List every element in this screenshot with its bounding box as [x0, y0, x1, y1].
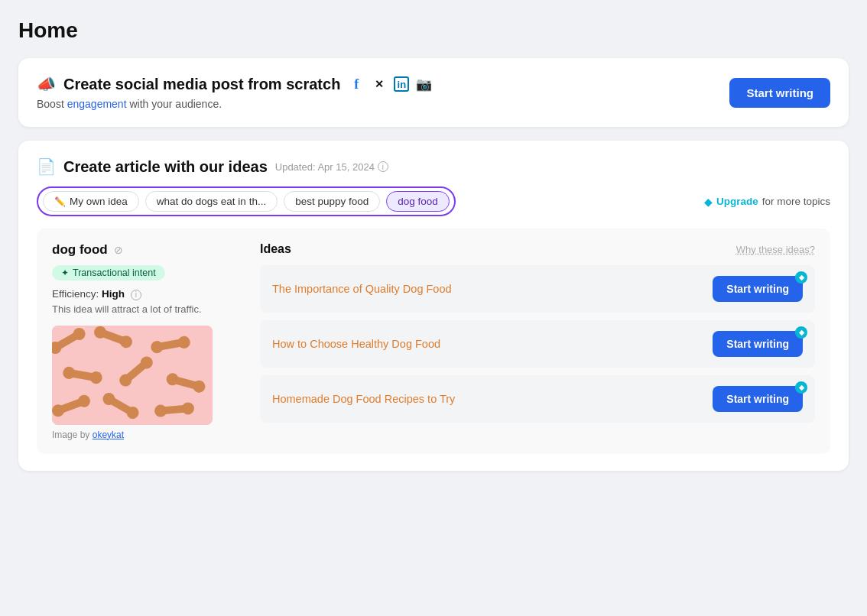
efficiency-value: High: [102, 288, 125, 300]
upgrade-suffix: for more topics: [762, 196, 830, 207]
article-card-header: 📄 Create article with our ideas Updated:…: [37, 157, 830, 176]
tab-best-puppy-food[interactable]: best puppy food: [284, 191, 380, 212]
idea-row-1: The Importance of Quality Dog Food Start…: [260, 265, 815, 313]
dog-food-image: [52, 326, 213, 425]
social-start-writing-button[interactable]: Start writing: [729, 78, 830, 108]
start-writing-button-1[interactable]: Start writing ◆: [713, 276, 803, 302]
diamond-icon: ◆: [704, 196, 713, 208]
ideas-header: Ideas Why these ideas?: [260, 242, 815, 256]
ideas-title: Ideas: [260, 242, 291, 256]
dog-food-inner-card: dog food ⊘ ✦ Transactional intent Effici…: [37, 229, 830, 454]
social-card-title: Create social media post from scratch: [63, 76, 340, 93]
social-media-card: 📣 Create social media post from scratch …: [18, 58, 849, 127]
topic-tabs-container: ✏️ My own idea what do dogs eat in th...…: [37, 186, 456, 216]
why-these-ideas-link[interactable]: Why these ideas?: [736, 244, 815, 255]
article-updated: Updated: Apr 15, 2024 i: [275, 161, 388, 173]
edit-icon[interactable]: ⊘: [114, 244, 123, 256]
image-credit-link[interactable]: okeykat: [93, 430, 124, 440]
article-card-title: Create article with our ideas: [63, 158, 268, 176]
social-megaphone-icon: 📣: [37, 75, 56, 93]
tab-my-own-idea[interactable]: ✏️ My own idea: [43, 191, 139, 212]
upgrade-row: ◆ Upgrade for more topics: [704, 196, 830, 208]
idea-row-3: Homemade Dog Food Recipes to Try Start w…: [260, 375, 815, 423]
topic-tabs-row: ✏️ My own idea what do dogs eat in th...…: [37, 186, 830, 216]
tab-dogs-eat[interactable]: what do dogs eat in th...: [145, 191, 278, 212]
linkedin-icon[interactable]: in: [394, 76, 409, 92]
tab-dog-food[interactable]: dog food: [386, 191, 450, 212]
intent-badge: ✦ Transactional intent: [52, 265, 165, 280]
idea-text-2: How to Choose Healthy Dog Food: [272, 338, 440, 350]
social-card-subtitle: Boost engagement with your audience.: [37, 98, 432, 110]
efficiency-info-icon[interactable]: i: [131, 290, 141, 300]
premium-diamond-icon-1: ◆: [795, 271, 807, 284]
article-doc-icon: 📄: [37, 157, 56, 176]
twitter-x-icon[interactable]: ✕: [371, 76, 388, 92]
intent-dot-icon: ✦: [61, 267, 69, 278]
idea-text-3: Homemade Dog Food Recipes to Try: [272, 393, 455, 405]
efficiency-row: Efficiency: High i: [52, 288, 235, 300]
pencil-icon: ✏️: [54, 196, 66, 207]
page-title: Home: [18, 18, 849, 43]
dog-food-left-panel: dog food ⊘ ✦ Transactional intent Effici…: [52, 242, 235, 440]
efficiency-description: This idea will attract a lot of traffic.: [52, 303, 235, 315]
instagram-icon[interactable]: 📷: [415, 76, 432, 92]
premium-diamond-icon-2: ◆: [795, 326, 807, 339]
facebook-icon[interactable]: f: [348, 76, 365, 92]
dog-food-right-panel: Ideas Why these ideas? The Importance of…: [260, 242, 815, 440]
info-icon[interactable]: i: [378, 161, 388, 172]
idea-row-2: How to Choose Healthy Dog Food Start wri…: [260, 320, 815, 368]
article-ideas-card: 📄 Create article with our ideas Updated:…: [18, 141, 849, 471]
upgrade-link[interactable]: Upgrade: [716, 196, 758, 207]
idea-text-1: The Importance of Quality Dog Food: [272, 283, 452, 295]
premium-diamond-icon-3: ◆: [795, 381, 807, 394]
start-writing-button-2[interactable]: Start writing ◆: [713, 331, 803, 357]
start-writing-button-3[interactable]: Start writing ◆: [713, 386, 803, 412]
image-credit: Image by okeykat: [52, 430, 235, 440]
social-icons-group: f ✕ in 📷: [348, 76, 432, 92]
dog-food-name: dog food: [52, 242, 108, 258]
